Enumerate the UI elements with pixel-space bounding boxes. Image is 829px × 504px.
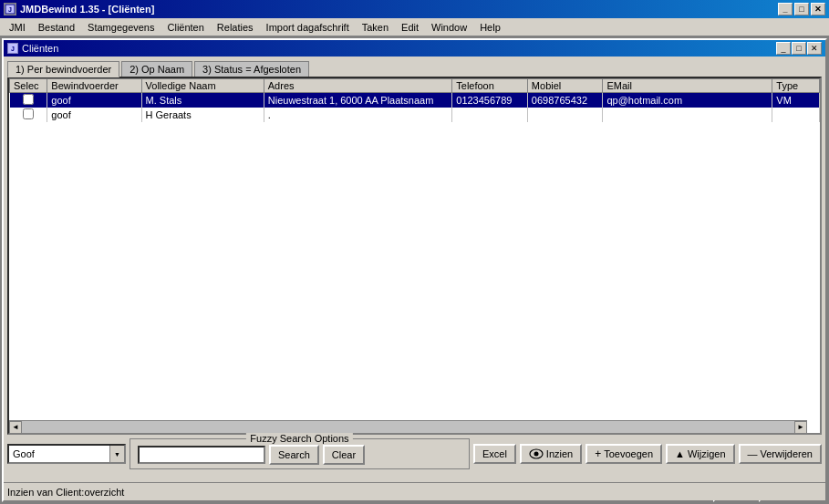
scroll-track (22, 421, 794, 434)
title-bar: J JMDBewind 1.35 - [Cliënten] _ □ ✕ (0, 0, 829, 18)
title-text: JMDBewind 1.35 - [Cliënten] (20, 4, 154, 15)
horizontal-scrollbar[interactable]: ◄ ► (9, 420, 807, 433)
child-maximize-button[interactable]: □ (792, 42, 806, 55)
col-header-bewindvoerder: Bewindvoerder (47, 79, 141, 93)
app-icon: J (4, 3, 16, 15)
eye-icon (529, 448, 544, 459)
triangle-icon: ▲ (675, 448, 685, 459)
clients-table: Selec Bewindvoerder Volledige Naam Adres… (9, 78, 820, 122)
row-naam: H Geraats (141, 108, 264, 122)
toevoegen-button[interactable]: + Toevoegen (585, 444, 662, 464)
mdi-area: J Cliënten _ □ ✕ 1) Per bewindvoerder 2)… (0, 36, 829, 504)
col-header-mobiel: Mobiel (527, 79, 603, 93)
row-email (603, 108, 772, 122)
row-checkbox[interactable] (10, 108, 47, 122)
child-close-button[interactable]: ✕ (807, 42, 822, 55)
tab-per-bewindvoerder[interactable]: 1) Per bewindvoerder (7, 61, 119, 77)
maximize-button[interactable]: □ (794, 3, 809, 15)
excel-button[interactable]: Excel (473, 444, 516, 464)
row-telefoon: 0123456789 (452, 93, 528, 108)
row-checkbox[interactable] (10, 93, 47, 108)
menu-edit[interactable]: Edit (396, 20, 424, 35)
child-window: J Cliënten _ □ ✕ 1) Per bewindvoerder 2)… (2, 38, 827, 502)
row-type: VM (772, 93, 820, 108)
fuzzy-search-input[interactable] (138, 446, 265, 464)
child-title-text: Cliënten (22, 43, 58, 54)
wijzigen-button[interactable]: ▲ Wijzigen (666, 444, 734, 464)
svg-text:J: J (8, 6, 12, 13)
menu-stamgegevens[interactable]: Stamgegevens (82, 20, 160, 35)
search-combo[interactable]: Goof ▼ (7, 444, 126, 464)
inzien-button[interactable]: Inzien (520, 444, 582, 464)
col-header-type: Type (772, 79, 820, 93)
table-row[interactable]: goofH Geraats. (10, 108, 820, 122)
tab-op-naam[interactable]: 2) Op Naam (121, 61, 192, 77)
menu-clienten[interactable]: Cliënten (162, 20, 210, 35)
menu-bar: JMI Bestand Stamgegevens Cliënten Relati… (0, 18, 829, 36)
menu-import[interactable]: Import dagafschrift (261, 20, 355, 35)
row-mobiel: 0698765432 (527, 93, 603, 108)
menu-bestand[interactable]: Bestand (33, 20, 80, 35)
child-minimize-button[interactable]: _ (776, 42, 791, 55)
col-header-selec: Selec (10, 79, 47, 93)
col-header-telefoon: Telefoon (452, 79, 528, 93)
status-text: Inzien van Client:overzicht (7, 487, 124, 498)
row-email: qp@hotmail.com (603, 93, 772, 108)
child-window-icon: J (7, 43, 18, 54)
plus-icon: + (595, 447, 601, 460)
col-header-email: EMail (603, 79, 772, 93)
verwijderen-button[interactable]: — Verwijderen (739, 444, 822, 464)
col-header-naam: Volledige Naam (141, 79, 264, 93)
tabs-area: 1) Per bewindvoerder 2) Op Naam 3) Statu… (4, 57, 825, 77)
scroll-left-button[interactable]: ◄ (9, 421, 22, 434)
svg-point-5 (534, 452, 538, 457)
combo-dropdown-arrow[interactable]: ▼ (109, 446, 124, 462)
menu-taken[interactable]: Taken (357, 20, 394, 35)
row-naam: M. Stals (141, 93, 264, 108)
tab-status-afgesloten[interactable]: 3) Status = Afgesloten (194, 61, 309, 77)
child-title-bar: J Cliënten _ □ ✕ (4, 40, 825, 57)
row-bewindvoerder: goof (47, 108, 141, 122)
row-type (772, 108, 820, 122)
menu-help[interactable]: Help (474, 20, 506, 35)
search-button[interactable]: Search (269, 445, 319, 465)
col-header-adres: Adres (264, 79, 452, 93)
bottom-section: Goof ▼ Fuzzy Search Options Search Clear… (4, 435, 825, 477)
minimize-button[interactable]: _ (778, 3, 793, 15)
menu-jmi[interactable]: JMI (4, 20, 31, 35)
scroll-right-button[interactable]: ► (794, 421, 807, 434)
row-adres: Nieuwestraat 1, 6000 AA Plaatsnaam (264, 93, 452, 108)
row-telefoon (452, 108, 528, 122)
combo-value: Goof (9, 446, 109, 462)
row-mobiel (527, 108, 603, 122)
table-row[interactable]: goofM. StalsNieuwestraat 1, 6000 AA Plaa… (10, 93, 820, 108)
clear-button[interactable]: Clear (323, 445, 365, 465)
row-adres: . (264, 108, 452, 122)
bottom-status-bar: Inzien van Client:overzicht (4, 482, 825, 500)
menu-relaties[interactable]: Relaties (212, 20, 259, 35)
minus-icon: — (748, 448, 758, 459)
fuzzy-search-group: Fuzzy Search Options Search Clear (130, 438, 470, 469)
row-bewindvoerder: goof (47, 93, 141, 108)
close-button[interactable]: ✕ (811, 3, 825, 15)
menu-window[interactable]: Window (426, 20, 472, 35)
svg-text:J: J (11, 46, 15, 52)
fuzzy-legend: Fuzzy Search Options (246, 433, 352, 444)
